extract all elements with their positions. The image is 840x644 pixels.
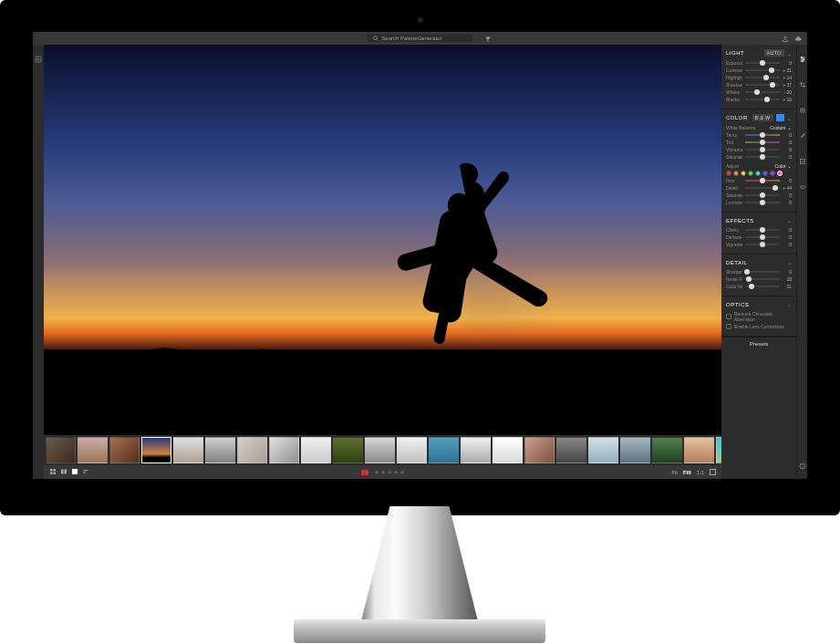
svg-rect-7 — [50, 473, 53, 475]
filmstrip-thumb[interactable] — [109, 437, 140, 463]
search-input[interactable]: Search PaletteGenerator — [367, 35, 472, 42]
svg-rect-10 — [65, 470, 67, 474]
lens-corrections-checkbox[interactable]: Enable Lens Corrections — [726, 324, 792, 329]
hsl-slider[interactable]: Detail+ 44 — [726, 185, 792, 191]
color-slider[interactable]: Temp0 — [726, 132, 792, 138]
hsl-slider[interactable]: Hue0 — [726, 178, 792, 183]
filmstrip-thumb[interactable] — [684, 437, 714, 463]
detail-slider[interactable]: Color Noise Reduction31 — [726, 284, 792, 289]
svg-point-0 — [373, 36, 377, 40]
compare-view-icon[interactable] — [60, 468, 67, 476]
detail-slider[interactable]: Noise Reduction18 — [726, 276, 792, 282]
star-rating[interactable]: ★★★★★ — [374, 469, 405, 476]
cloud-sync-icon[interactable] — [794, 30, 802, 47]
effects-slider[interactable]: Vignette0 — [726, 242, 792, 247]
grid-view-icon[interactable] — [49, 468, 57, 476]
zoom-fit[interactable]: Fit — [671, 470, 678, 475]
filmstrip-thumb[interactable] — [524, 437, 555, 463]
zoom-fill[interactable]: Fill — [683, 470, 691, 475]
color-slider[interactable]: Saturation0 — [726, 154, 792, 160]
filmstrip-thumb[interactable] — [493, 437, 523, 463]
filmstrip-thumb[interactable] — [652, 437, 682, 463]
hsl-slider[interactable]: Luminance0 — [726, 200, 792, 205]
flag-button[interactable] — [361, 470, 368, 475]
light-slider[interactable]: Blacks+ 16 — [726, 97, 792, 102]
color-swatch[interactable] — [777, 171, 783, 176]
adjust-dropdown[interactable]: Color ⌄ — [775, 163, 792, 169]
slider-label: Hue — [726, 178, 742, 183]
filmstrip-thumb[interactable] — [461, 437, 491, 463]
chevron-down-icon[interactable]: ⌄ — [787, 217, 793, 223]
filmstrip-thumb[interactable] — [620, 437, 650, 463]
edit-sliders-icon[interactable] — [799, 50, 806, 67]
slider-value: 0 — [783, 242, 792, 247]
filmstrip-thumb[interactable] — [269, 437, 299, 463]
color-swatch[interactable] — [748, 171, 753, 176]
filmstrip-thumb[interactable] — [429, 437, 459, 463]
checkbox-icon — [726, 324, 731, 329]
filmstrip-thumb[interactable] — [46, 437, 76, 463]
light-slider[interactable]: Shadows+ 37 — [726, 82, 792, 88]
detail-view-icon[interactable] — [71, 468, 78, 476]
slider-label: Saturation — [726, 154, 742, 160]
effects-slider[interactable]: Dehaze0 — [726, 234, 792, 240]
color-mode-indicator[interactable] — [776, 114, 784, 121]
star-5[interactable]: ★ — [399, 469, 405, 476]
filmstrip[interactable] — [44, 435, 721, 465]
sort-icon[interactable] — [82, 468, 89, 476]
chevron-down-icon[interactable]: ⌄ — [787, 301, 793, 307]
white-balance-dropdown[interactable]: Custom ⌄ — [770, 125, 792, 130]
light-slider[interactable]: Exposure0 — [726, 60, 792, 66]
chevron-down-icon[interactable]: ⌄ — [787, 115, 793, 121]
radial-gradient-icon[interactable] — [799, 178, 806, 194]
star-1[interactable]: ★ — [374, 469, 379, 476]
filmstrip-thumb[interactable] — [205, 437, 235, 463]
star-3[interactable]: ★ — [387, 469, 392, 476]
add-photo-icon[interactable] — [35, 50, 42, 67]
chevron-down-icon[interactable]: ⌄ — [787, 259, 793, 265]
color-swatch[interactable] — [741, 171, 746, 176]
filmstrip-thumb[interactable] — [588, 437, 618, 463]
filmstrip-thumb[interactable] — [301, 437, 331, 463]
light-slider[interactable]: Highlights+ 14 — [726, 75, 792, 80]
color-swatch[interactable] — [762, 171, 768, 176]
hsl-slider[interactable]: Saturation0 — [726, 192, 792, 198]
color-swatch[interactable] — [733, 171, 739, 176]
color-slider[interactable]: Tint0 — [726, 140, 792, 145]
light-slider[interactable]: Whites- 20 — [726, 89, 792, 95]
star-2[interactable]: ★ — [380, 469, 386, 476]
filmstrip-thumb[interactable] — [365, 437, 395, 463]
crop-icon[interactable] — [799, 76, 806, 92]
zoom-1-1[interactable]: 1:1 — [697, 470, 704, 475]
bw-button[interactable]: B & W — [752, 114, 773, 121]
brush-icon[interactable] — [799, 127, 806, 143]
color-slider[interactable]: Vibrance0 — [726, 147, 792, 152]
bottom-bar: ★★★★★ Fit Fill 1:1 — [44, 465, 721, 479]
share-icon[interactable] — [782, 30, 789, 47]
chevron-down-icon[interactable]: ⌄ — [787, 50, 793, 57]
panel-optics: OPTICS ⌄ Remove Chromatic Aberration Ena… — [721, 296, 796, 337]
photo-canvas[interactable] — [44, 45, 721, 435]
auto-button[interactable]: AUTO — [764, 49, 784, 57]
star-4[interactable]: ★ — [393, 469, 399, 476]
linear-gradient-icon[interactable] — [799, 152, 806, 169]
filmstrip-thumb[interactable] — [397, 437, 427, 463]
color-swatch[interactable] — [770, 171, 775, 176]
color-swatch[interactable] — [755, 171, 761, 176]
color-swatch[interactable] — [726, 171, 731, 176]
light-slider[interactable]: Contrast+ 31 — [726, 68, 792, 73]
detail-slider[interactable]: Sharpening0 — [726, 269, 792, 275]
filmstrip-thumb[interactable] — [556, 437, 586, 463]
svg-rect-8 — [54, 473, 57, 475]
filmstrip-thumb[interactable] — [333, 437, 363, 463]
info-icon[interactable] — [799, 457, 806, 473]
filmstrip-thumb[interactable] — [141, 437, 171, 463]
heal-brush-icon[interactable] — [799, 101, 806, 118]
effects-slider[interactable]: Clarity0 — [726, 227, 792, 233]
filmstrip-thumb[interactable] — [173, 437, 203, 463]
zoom-frame-icon[interactable] — [710, 469, 716, 475]
filmstrip-thumb[interactable] — [237, 437, 267, 463]
presets-button[interactable]: Presets — [721, 337, 796, 349]
filmstrip-thumb[interactable] — [78, 437, 108, 463]
chromatic-aberration-checkbox[interactable]: Remove Chromatic Aberration — [726, 311, 792, 322]
